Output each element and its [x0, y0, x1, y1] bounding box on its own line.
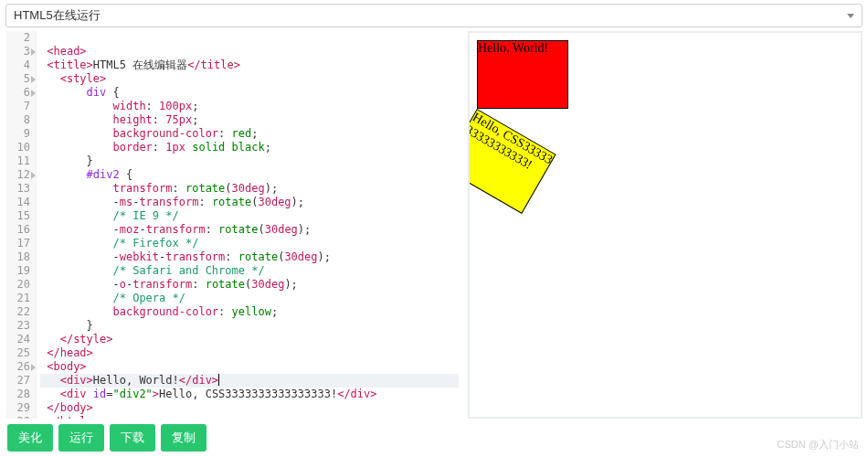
preview-div2: Hello, CSS3333333333333333!	[468, 109, 556, 214]
line-number: 2	[5, 31, 30, 45]
line-number: 28	[5, 388, 30, 401]
line-number: 19	[5, 264, 30, 278]
line-number: 7	[5, 100, 30, 113]
code-content[interactable]: <head> <title>HTML5 在线编辑器</title> <style…	[37, 31, 459, 419]
line-number: 16	[5, 223, 30, 237]
code-line[interactable]: <body>	[40, 360, 459, 374]
line-number: 21	[5, 292, 30, 305]
code-line[interactable]: <div>Hello, World!</div>	[40, 374, 459, 388]
line-number: 18	[5, 250, 30, 264]
code-line[interactable]: width: 100px;	[40, 100, 459, 113]
code-line[interactable]: </style>	[40, 333, 459, 346]
beautify-button[interactable]: 美化	[7, 424, 53, 452]
code-line[interactable]: </html>	[40, 415, 459, 419]
line-number: 6	[5, 86, 30, 100]
line-number: 8	[5, 113, 30, 127]
code-line[interactable]: background-color: yellow;	[40, 305, 459, 319]
code-line[interactable]: <style>	[40, 72, 459, 86]
line-number: 29	[5, 401, 30, 415]
code-line[interactable]: div {	[40, 86, 459, 100]
button-bar: 美化 运行 下载 复制	[7, 424, 206, 452]
line-number: 12	[5, 168, 30, 182]
line-number: 4	[5, 58, 30, 72]
line-number: 13	[5, 182, 30, 196]
code-line[interactable]: /* Firefox */	[40, 237, 459, 250]
code-line[interactable]: height: 75px;	[40, 113, 459, 127]
copy-button[interactable]: 复制	[161, 424, 206, 452]
line-number: 30	[5, 415, 30, 419]
line-number: 14	[5, 196, 30, 209]
preview-div1: Hello, World!	[477, 40, 568, 109]
preview-pane: Hello, World! Hello, CSS3333333333333333…	[468, 31, 863, 419]
code-line[interactable]: transform: rotate(30deg);	[40, 182, 459, 196]
text-cursor	[218, 374, 219, 386]
code-line[interactable]: /* IE 9 */	[40, 209, 459, 223]
line-number: 23	[5, 319, 30, 333]
code-line[interactable]	[40, 31, 459, 45]
code-line[interactable]: -moz-transform: rotate(30deg);	[40, 223, 459, 237]
code-line[interactable]: background-color: red;	[40, 127, 459, 141]
code-line[interactable]: <title>HTML5 在线编辑器</title>	[40, 58, 459, 72]
code-line[interactable]: </body>	[40, 401, 459, 415]
download-button[interactable]: 下载	[110, 424, 155, 452]
code-line[interactable]: <head>	[40, 45, 459, 58]
chevron-down-icon	[847, 14, 854, 18]
language-select-value: HTML5在线运行	[14, 7, 101, 24]
line-gutter: 2345678910111213141516171819202122232425…	[5, 31, 37, 419]
line-number: 5	[5, 72, 30, 86]
run-button[interactable]: 运行	[58, 424, 104, 452]
line-number: 15	[5, 209, 30, 223]
code-line[interactable]: /* Safari and Chrome */	[40, 264, 459, 278]
code-line[interactable]: -ms-transform: rotate(30deg);	[40, 196, 459, 209]
line-number: 25	[5, 346, 30, 360]
code-line[interactable]: <div id="div2">Hello, CSS333333333333333…	[40, 388, 459, 401]
language-select[interactable]: HTML5在线运行	[5, 4, 863, 27]
code-editor[interactable]: 2345678910111213141516171819202122232425…	[5, 31, 459, 419]
line-number: 24	[5, 333, 30, 346]
code-line[interactable]: /* Opera */	[40, 292, 459, 305]
code-line[interactable]: -o-transform: rotate(30deg);	[40, 278, 459, 292]
watermark: CSDN @入门小站	[778, 438, 859, 452]
code-line[interactable]: </head>	[40, 346, 459, 360]
line-number: 11	[5, 154, 30, 168]
line-number: 9	[5, 127, 30, 141]
line-number: 26	[5, 360, 30, 374]
line-number: 17	[5, 237, 30, 250]
line-number: 22	[5, 305, 30, 319]
main-area: 2345678910111213141516171819202122232425…	[5, 31, 863, 419]
line-number: 10	[5, 141, 30, 154]
line-number: 20	[5, 278, 30, 292]
code-line[interactable]: #div2 {	[40, 168, 459, 182]
code-line[interactable]: }	[40, 154, 459, 168]
line-number: 3	[5, 45, 30, 58]
topbar: HTML5在线运行	[5, 4, 863, 27]
line-number: 27	[5, 374, 30, 388]
code-line[interactable]: }	[40, 319, 459, 333]
code-line[interactable]: -webkit-transform: rotate(30deg);	[40, 250, 459, 264]
code-line[interactable]: border: 1px solid black;	[40, 141, 459, 154]
